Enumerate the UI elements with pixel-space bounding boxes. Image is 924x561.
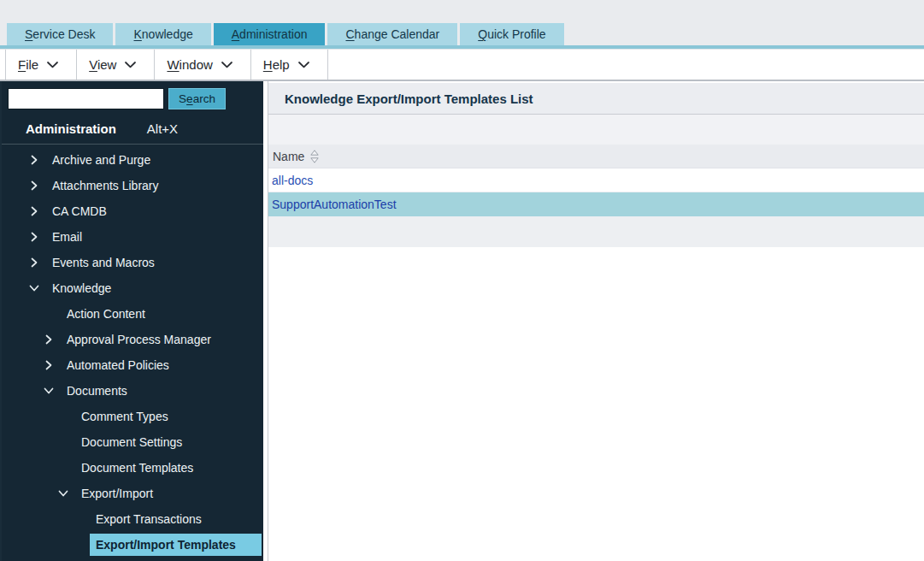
sidebar-item-document-settings[interactable]: Document Settings [2, 429, 263, 455]
chevron-down-icon[interactable] [27, 285, 41, 292]
chevron-right-icon[interactable] [27, 180, 41, 191]
tree-item-label: Export/Import Templates [96, 538, 236, 552]
tree-item-label: Comment Types [81, 410, 168, 423]
tab-label: K [133, 27, 141, 41]
tree-item-label: CA CMDB [52, 204, 107, 218]
search-button[interactable]: Search [168, 88, 226, 109]
chevron-down-icon [125, 62, 136, 68]
table-row[interactable]: all-docs [268, 168, 924, 192]
search-button-label: arch [193, 92, 215, 105]
sidebar-item-documents[interactable]: Documents [2, 378, 263, 404]
menu-label: iew [97, 57, 117, 72]
tree-item-label: Action Content [67, 307, 145, 321]
sidebar-title: Administration [26, 121, 116, 136]
chevron-down-icon [221, 62, 232, 68]
menu-label: indow [180, 57, 213, 72]
sidebar-item-export-transactions[interactable]: Export Transactions [2, 506, 263, 532]
search-input[interactable] [8, 88, 164, 109]
menu-bar: File View Window Help [0, 49, 924, 81]
tree-item-label: Document Templates [81, 461, 193, 475]
main-panel-inner: Knowledge Export/Import Templates List N… [268, 81, 924, 561]
menu-file[interactable]: File [5, 50, 77, 80]
sidebar-item-attachments-library[interactable]: Attachments Library [2, 173, 263, 198]
sidebar-item-automated-policies[interactable]: Automated Policies [2, 352, 263, 378]
search-button-label: S [179, 92, 186, 105]
chevron-down-icon [47, 62, 58, 68]
template-link-supportautomationtest[interactable]: SupportAutomationTest [272, 198, 397, 211]
sidebar-item-ca-cmdb[interactable]: CA CMDB [2, 198, 263, 224]
table-header-row: Name [268, 145, 924, 168]
menu-view[interactable]: View [77, 50, 155, 80]
menu-label: W [167, 57, 179, 72]
tree-item-label: Events and Macros [52, 256, 155, 269]
tree-item-label: Knowledge [52, 281, 111, 295]
chevron-right-icon[interactable] [27, 206, 41, 216]
tab-label: hange Calendar [355, 27, 440, 41]
tab-label: S [25, 27, 32, 41]
tab-change-calendar[interactable]: Change Calendar [327, 23, 457, 45]
sidebar-shortcut: Alt+X [147, 121, 178, 136]
toolbar-band [268, 115, 924, 145]
tab-band: Service Desk Knowledge Administration Ch… [0, 0, 924, 45]
tree-item-label: Email [52, 230, 82, 244]
menu-label: ile [26, 57, 38, 72]
tab-quick-profile[interactable]: Quick Profile [460, 23, 563, 45]
table-row-selected[interactable]: SupportAutomationTest [268, 192, 924, 216]
search-button-label: e [186, 92, 193, 105]
sidebar-item-archive-and-purge[interactable]: Archive and Purge [2, 147, 263, 173]
chevron-right-icon[interactable] [42, 334, 56, 345]
chevron-right-icon[interactable] [42, 360, 56, 370]
tab-knowledge[interactable]: Knowledge [115, 23, 210, 45]
sidebar-item-email[interactable]: Email [2, 224, 263, 250]
tab-label: uick Profile [487, 27, 545, 41]
tree-item-label: Attachments Library [52, 179, 159, 192]
menu-window[interactable]: Window [155, 50, 250, 80]
chevron-right-icon[interactable] [27, 257, 41, 268]
tab-service-desk[interactable]: Service Desk [7, 23, 113, 45]
admin-tree: Archive and Purge Attachments Library CA… [2, 145, 263, 556]
tree-item-label: Archive and Purge [52, 153, 150, 167]
sidebar-item-export-import[interactable]: Export/Import [2, 481, 263, 506]
sidebar-item-action-content[interactable]: Action Content [2, 301, 263, 327]
tree-item-label: Export Transactions [96, 512, 202, 526]
sidebar-item-export-import-templates[interactable]: Export/Import Templates [90, 534, 262, 556]
main-panel: Knowledge Export/Import Templates List N… [263, 81, 924, 561]
tab-label: nowledge [142, 27, 193, 41]
chevron-down-icon [298, 62, 309, 68]
tab-label: dministration [239, 27, 307, 41]
tree-item-label: Automated Policies [67, 358, 169, 372]
tab-administration[interactable]: Administration [214, 23, 326, 45]
page-title-band: Knowledge Export/Import Templates List [268, 83, 924, 115]
menu-label: H [263, 57, 273, 72]
tab-label: Q [478, 27, 487, 41]
tab-label: A [232, 27, 239, 41]
sidebar-item-events-and-macros[interactable]: Events and Macros [2, 250, 263, 275]
menu-label: V [89, 57, 97, 72]
tree-item-label: Approval Process Manager [67, 333, 211, 346]
sidebar-item-document-templates[interactable]: Document Templates [2, 455, 263, 481]
column-header-name[interactable]: Name [273, 150, 304, 163]
menu-label: elp [273, 57, 290, 72]
chevron-right-icon[interactable] [27, 155, 41, 165]
page-title: Knowledge Export/Import Templates List [285, 92, 533, 106]
tab-label: ervice Desk [32, 27, 95, 41]
sidebar-item-comment-types[interactable]: Comment Types [2, 404, 263, 429]
chevron-down-icon[interactable] [56, 490, 70, 497]
menu-help[interactable]: Help [251, 50, 328, 80]
tab-bar: Service Desk Knowledge Administration Ch… [7, 23, 564, 45]
tree-item-label: Documents [67, 384, 127, 398]
sidebar: Search Administration Alt+X Archive and … [0, 81, 263, 561]
tab-label: C [345, 27, 354, 41]
table-footer-band [268, 216, 924, 247]
tree-item-label: Export/Import [81, 487, 153, 500]
sidebar-item-knowledge[interactable]: Knowledge [2, 275, 263, 301]
sidebar-item-approval-process-manager[interactable]: Approval Process Manager [2, 327, 263, 352]
tree-item-label: Document Settings [81, 435, 182, 449]
template-link-all-docs[interactable]: all-docs [272, 174, 313, 187]
sidebar-search-row: Search [2, 81, 263, 109]
chevron-right-icon[interactable] [27, 232, 41, 242]
menu-label: F [18, 57, 26, 72]
sidebar-header: Administration Alt+X [26, 121, 263, 136]
chevron-down-icon[interactable] [42, 387, 56, 394]
sort-icon[interactable] [310, 150, 319, 163]
